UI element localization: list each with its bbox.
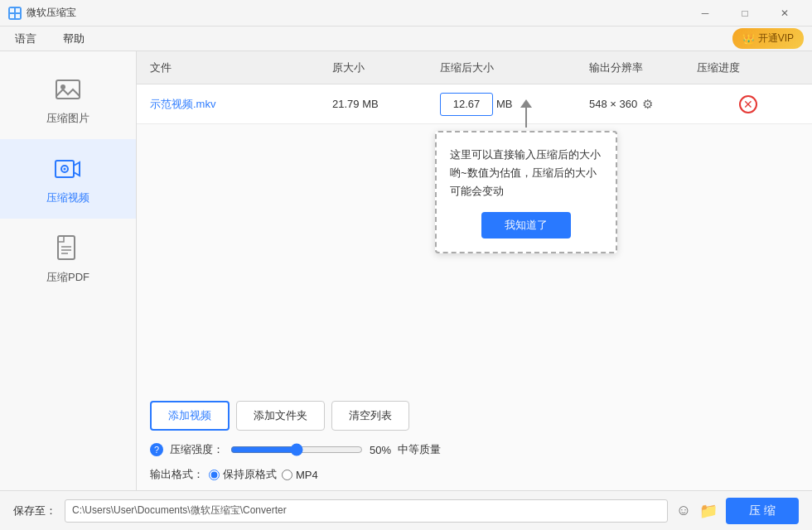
resolution-settings-button[interactable]: ⚙ — [642, 97, 653, 112]
folder-icon-button[interactable]: ☺ — [676, 502, 691, 519]
col-header-file: 文件 — [150, 60, 332, 75]
clear-list-button[interactable]: 清空列表 — [331, 401, 409, 431]
sidebar-label-compress-image: 压缩图片 — [46, 111, 89, 126]
compress-button[interactable]: 压 缩 — [726, 498, 799, 524]
tooltip-arrow — [525, 108, 527, 128]
app-title: 微软压缩宝 — [27, 6, 686, 20]
vip-crown-icon: 👑 — [742, 33, 755, 45]
window-controls: ─ □ ✕ — [686, 0, 804, 26]
resolution-value: 548 × 360 — [589, 98, 637, 110]
content-area: 文件 原大小 压缩后大小 输出分辨率 压缩进度 示范视频.mkv 21.79 M… — [137, 51, 812, 490]
tooltip-ok-button[interactable]: 我知道了 — [481, 212, 571, 238]
main-layout: 压缩图片 压缩视频 — [0, 51, 812, 490]
app-icon — [8, 7, 22, 20]
table-body: 示范视频.mkv 21.79 MB MB 548 × 360 ⚙ ✕ 这里可以直… — [137, 84, 812, 391]
sidebar-item-compress-video[interactable]: 压缩视频 — [0, 139, 136, 219]
menu-help[interactable]: 帮助 — [56, 28, 91, 50]
svg-rect-1 — [16, 8, 20, 12]
svg-marker-7 — [74, 162, 80, 176]
file-name: 示范视频.mkv — [150, 97, 332, 112]
format-mp4-label[interactable]: MP4 — [282, 469, 318, 481]
footer: 保存至： C:\Users\User\Documents\微软压缩宝\Conve… — [0, 490, 812, 530]
format-original-radio[interactable] — [209, 470, 220, 480]
minimize-button[interactable]: ─ — [686, 0, 724, 26]
compression-label: 压缩强度： — [170, 442, 224, 457]
progress-cell: ✕ — [697, 95, 799, 113]
col-header-original: 原大小 — [332, 60, 440, 75]
compressed-size-cell: MB — [440, 93, 589, 116]
svg-rect-4 — [56, 80, 80, 99]
save-to-label: 保存至： — [13, 504, 56, 518]
sidebar-item-compress-pdf[interactable]: 压缩PDF — [0, 219, 136, 298]
format-label: 输出格式： — [150, 467, 204, 482]
resolution-cell: 548 × 360 ⚙ — [589, 97, 697, 112]
pdf-icon — [51, 232, 85, 265]
compressed-size-input[interactable] — [440, 93, 493, 116]
save-path-text: C:\Users\User\Documents\微软压缩宝\Converter — [72, 504, 287, 518]
close-button[interactable]: ✕ — [766, 0, 804, 26]
tooltip-text: 这里可以直接输入压缩后的大小哟~数值为估值，压缩后的大小可能会变动 — [450, 146, 602, 200]
slider-value: 50% — [370, 444, 391, 456]
col-header-resolution: 输出分辨率 — [589, 60, 697, 75]
menu-language[interactable]: 语言 — [8, 28, 43, 50]
svg-rect-2 — [10, 14, 14, 18]
format-mp4-radio[interactable] — [282, 470, 292, 480]
mb-unit-label: MB — [496, 98, 513, 110]
add-folder-button[interactable]: 添加文件夹 — [236, 401, 325, 431]
video-icon — [51, 152, 85, 186]
svg-rect-3 — [16, 14, 20, 18]
bottom-actions: 添加视频 添加文件夹 清空列表 — [137, 391, 812, 436]
help-icon[interactable]: ? — [150, 443, 163, 456]
open-folder-button[interactable]: 📁 — [699, 502, 718, 520]
sidebar: 压缩图片 压缩视频 — [0, 51, 137, 490]
menu-bar: 语言 帮助 👑 开通VIP — [0, 26, 812, 51]
options-row: ? 压缩强度： 50% 中等质量 — [137, 436, 812, 464]
remove-row-button[interactable]: ✕ — [739, 95, 757, 113]
original-size: 21.79 MB — [332, 98, 440, 110]
format-mp4-text: MP4 — [296, 469, 318, 481]
vip-button[interactable]: 👑 开通VIP — [732, 28, 804, 49]
quality-label: 中等质量 — [398, 442, 441, 457]
svg-rect-10 — [58, 236, 75, 259]
title-bar: 微软压缩宝 ─ □ ✕ — [0, 0, 812, 26]
table-header: 文件 原大小 压缩后大小 输出分辨率 压缩进度 — [137, 51, 812, 84]
save-path-display: C:\Users\User\Documents\微软压缩宝\Converter — [65, 499, 668, 523]
svg-rect-0 — [10, 8, 14, 12]
sidebar-label-compress-pdf: 压缩PDF — [46, 270, 89, 285]
format-original-label[interactable]: 保持原格式 — [209, 467, 277, 482]
col-header-progress: 压缩进度 — [697, 60, 799, 75]
format-original-text: 保持原格式 — [223, 467, 277, 482]
image-icon — [51, 73, 85, 106]
compression-slider[interactable] — [230, 443, 363, 456]
slider-container: 50% 中等质量 — [230, 442, 441, 457]
tooltip-popup: 这里可以直接输入压缩后的大小哟~数值为估值，压缩后的大小可能会变动 我知道了 — [435, 131, 617, 253]
maximize-button[interactable]: □ — [726, 0, 764, 26]
svg-point-9 — [64, 168, 66, 171]
sidebar-label-compress-video: 压缩视频 — [46, 190, 89, 205]
add-video-button[interactable]: 添加视频 — [150, 401, 230, 431]
col-header-compressed: 压缩后大小 — [440, 60, 589, 75]
sidebar-item-compress-image[interactable]: 压缩图片 — [0, 60, 136, 139]
table-row: 示范视频.mkv 21.79 MB MB 548 × 360 ⚙ ✕ — [137, 84, 812, 124]
format-row: 输出格式： 保持原格式 MP4 — [137, 464, 812, 490]
